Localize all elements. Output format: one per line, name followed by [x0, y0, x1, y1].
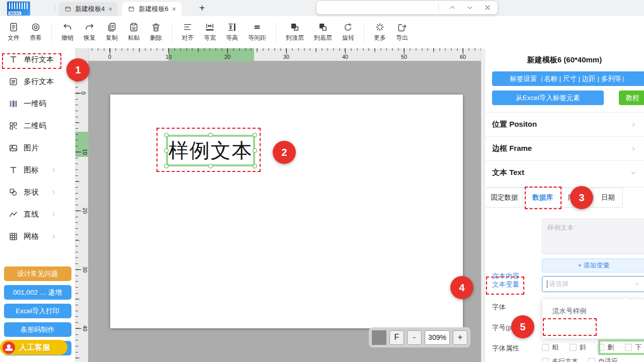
support-button[interactable]: 人工客服 — [0, 340, 67, 355]
toolbar-button[interactable]: 文件 — [3, 22, 25, 42]
font-attr-option[interactable]: 粗 — [542, 343, 558, 352]
annotation-step-badge: 4 — [450, 276, 473, 299]
zoom-controls: F - 309% + — [369, 327, 470, 347]
chevron-right-icon — [58, 123, 64, 129]
toolbar-button[interactable]: 更多 — [369, 22, 391, 42]
annotation-step-badge: 1 — [66, 58, 90, 81]
excel-import-button[interactable]: 从Excel导入标签元素 — [492, 90, 604, 105]
toolbar-button[interactable]: 等宽 — [199, 22, 221, 42]
sidebar-tool-item[interactable]: 网格 — [0, 225, 75, 247]
toolbar-button[interactable]: 恢复 — [78, 22, 101, 42]
add-variable-button[interactable]: + 添加变量 — [542, 258, 644, 273]
toolbar-icon — [205, 22, 215, 32]
close-icon[interactable] — [484, 4, 492, 12]
section-title: 位置 Positon — [492, 120, 537, 129]
document-tab[interactable]: 新建模板4 × — [59, 2, 118, 16]
checkbox[interactable] — [588, 358, 595, 362]
font-attr-label: 字体属性 — [492, 344, 519, 353]
tool-label: 二维码 — [24, 121, 46, 131]
toolbar-button[interactable]: 粘贴 — [123, 22, 145, 42]
toolbar-button[interactable]: 到顶层 — [281, 22, 309, 42]
headset-icon — [2, 341, 16, 354]
design-canvas[interactable]: 010203040 0102030405060 样例文本 — [75, 48, 485, 362]
panel-section-header[interactable]: 文本 Text — [485, 160, 644, 185]
promo-button[interactable]: Excel导入打印 — [4, 304, 71, 318]
checkbox[interactable] — [570, 344, 577, 351]
toolbar-button[interactable]: 旋转 — [337, 22, 359, 42]
toolbar-icon — [252, 22, 262, 32]
toolbar-label: 粘贴 — [128, 34, 140, 42]
chevron-up-icon — [633, 281, 640, 288]
sidebar-tool-item[interactable]: 多行文本 — [0, 70, 75, 93]
zoom-out-button[interactable]: - — [407, 330, 422, 345]
ruler-label: 40 — [82, 325, 88, 331]
toolbar-icon — [62, 22, 72, 32]
toolbar-button[interactable]: 等间距 — [243, 22, 271, 42]
toolbar-button[interactable]: 复制 — [101, 22, 123, 42]
document-tab[interactable]: 新建模板6 × — [122, 2, 181, 16]
properties-panel: 新建模板6 (60*40mm) 标签设置（名称 | 尺寸 | 边距 | 多列等）… — [485, 48, 644, 362]
label-settings-button[interactable]: 标签设置（名称 | 尺寸 | 边距 | 多列等） — [492, 71, 644, 86]
checkbox[interactable] — [542, 358, 549, 362]
toolbar-button[interactable] — [276, 23, 276, 42]
dropdown-option[interactable]: 无 — [598, 339, 644, 355]
zoom-in-button[interactable]: + — [453, 330, 467, 345]
ruler-label: 10 — [166, 54, 172, 60]
promo-label: 条形码制作 — [21, 325, 55, 334]
sidebar-tool-item[interactable]: 图标 — [0, 159, 75, 181]
data-source-tab[interactable]: 固定数据 — [486, 188, 523, 208]
font-attr-option[interactable]: 多行文本 — [542, 357, 578, 362]
tool-icon — [9, 232, 18, 241]
toolbar-icon — [290, 22, 300, 32]
promo-button[interactable]: 设计常见问题 — [4, 266, 71, 281]
toolbar-label: 对齐 — [182, 34, 194, 42]
toolbar-button[interactable]: 到底层 — [309, 22, 337, 42]
toolbar-button[interactable]: 导出 — [391, 22, 413, 42]
support-label: 人工客服 — [19, 342, 50, 353]
tool-label: 一维码 — [24, 99, 46, 109]
promo-button[interactable]: 条形码制作 — [4, 322, 71, 337]
sidebar-tool-item[interactable]: 二维码 — [0, 115, 75, 137]
find-previous-icon[interactable] — [448, 4, 456, 12]
toolbar-button[interactable]: 撤销 — [56, 22, 78, 42]
checkbox[interactable] — [542, 344, 549, 351]
data-source-tab[interactable]: 日期 — [594, 188, 623, 208]
text-content-input[interactable]: 样例文本 — [542, 219, 644, 254]
new-tab-button[interactable]: + — [199, 3, 205, 14]
toolbar-label: 到底层 — [314, 34, 332, 42]
font-attr-option[interactable]: 自适应 — [588, 357, 618, 362]
toolbar-button[interactable] — [364, 23, 364, 42]
toolbar-button[interactable] — [51, 23, 52, 42]
chevron-right-icon — [58, 101, 64, 107]
findbar-divider — [438, 4, 439, 12]
sidebar-tool-item[interactable]: 直线 — [0, 203, 75, 225]
chevron-icon — [630, 145, 637, 152]
scrollbar[interactable] — [481, 48, 485, 362]
toolbar-icon — [343, 22, 353, 32]
font-attr-option[interactable]: 斜 — [570, 343, 586, 352]
toolbar-button[interactable]: 对齐 — [177, 22, 199, 42]
tab-close-icon[interactable]: × — [108, 6, 112, 13]
sidebar-tool-item[interactable]: 一维码 — [0, 93, 75, 115]
toolbar-button[interactable]: 删除 — [145, 22, 167, 42]
toolbar-button[interactable]: 查看 — [25, 22, 47, 42]
zoom-level[interactable]: 309% — [425, 330, 450, 345]
tab-close-icon[interactable]: × — [172, 6, 176, 13]
dropdown-option[interactable]: 流水号样例 — [542, 303, 644, 319]
toolbar-button[interactable] — [172, 23, 172, 42]
color-swatch[interactable] — [372, 330, 386, 345]
find-next-icon[interactable] — [466, 4, 474, 12]
variable-select-input[interactable]: 请选择 — [542, 276, 644, 292]
sidebar-tool-item[interactable]: 形状 — [0, 181, 75, 203]
promo-button[interactable]: 001,002 … 递增 — [4, 285, 71, 300]
font-label: 字体 — [492, 303, 506, 312]
fit-button[interactable]: F — [389, 330, 404, 345]
section-title: 文本 Text — [492, 168, 524, 177]
toolbar-button[interactable]: 等高 — [221, 22, 243, 42]
tutorial-button[interactable]: 教程 — [619, 90, 644, 105]
panel-section-header[interactable]: 位置 Positon — [485, 112, 644, 136]
toolbar-icon — [227, 22, 237, 32]
sidebar-tool-item[interactable]: 图片 — [0, 137, 75, 159]
panel-section-header[interactable]: 边框 Frame — [485, 136, 644, 160]
toolbar-icon — [85, 22, 95, 32]
